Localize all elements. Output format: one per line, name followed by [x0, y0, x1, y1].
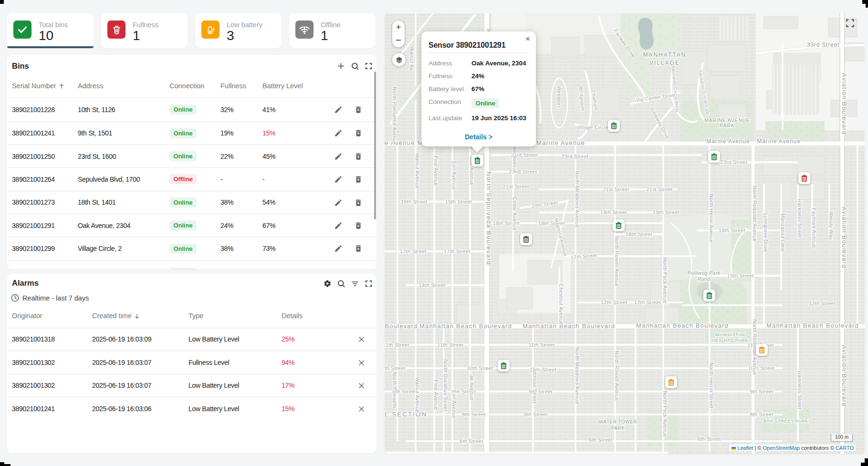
- svg-text:Boulevard: Boulevard: [385, 322, 418, 330]
- svg-text:23rd Street: 23rd Street: [562, 154, 588, 159]
- svg-text:33rd Street: 33rd Street: [807, 41, 839, 48]
- svg-text:HEIGHTS PARK: HEIGHTS PARK: [712, 338, 748, 343]
- svg-text:Marine Avenue: Marine Avenue: [706, 138, 750, 145]
- svg-text:Pine Avenue: Pine Avenue: [433, 380, 439, 410]
- svg-text:14th Street: 14th Street: [419, 282, 446, 288]
- svg-text:17th Street: 17th Street: [400, 249, 427, 254]
- svg-text:North Meadows Avenue: North Meadows Avenue: [575, 347, 580, 404]
- svg-text:Aviation Boulevard: Aviation Boulevard: [841, 207, 848, 269]
- svg-text:0th Street: 0th Street: [385, 365, 406, 371]
- svg-text:Polliwog Park: Polliwog Park: [688, 270, 721, 276]
- svg-text:19th Street: 19th Street: [401, 199, 428, 205]
- svg-text:ne Avenue M: ne Avenue M: [385, 139, 423, 146]
- svg-text:Pond: Pond: [698, 276, 711, 282]
- svg-text:19th Street: 19th Street: [600, 209, 627, 215]
- svg-text:North Peck Avenue: North Peck Avenue: [662, 391, 668, 437]
- svg-text:18th Street: 18th Street: [626, 231, 652, 237]
- svg-text:Manzanita Lane: Manzanita Lane: [780, 214, 786, 252]
- svg-text:Manhattan Beach Boulevard: Manhattan Beach Boulevard: [419, 322, 512, 330]
- svg-text:23rd Street: 23rd Street: [721, 159, 747, 165]
- svg-text:11th Street: 11th Street: [385, 342, 409, 348]
- svg-text:19th Street: 19th Street: [719, 228, 745, 233]
- svg-text:Westport: Westport: [556, 86, 562, 107]
- svg-text:Wendy Way: Wendy Way: [828, 211, 834, 240]
- svg-text:11th Street: 11th Street: [529, 342, 555, 348]
- svg-text:Village Circle: Village Circle: [577, 124, 609, 130]
- svg-text:ak Avenue: ak Avenue: [469, 375, 475, 400]
- svg-text:8th Street: 8th Street: [462, 412, 486, 417]
- svg-text:19th Street: 19th Street: [445, 199, 472, 205]
- svg-text:8th Street: 8th Street: [524, 412, 548, 417]
- svg-text:WATER TOWER: WATER TOWER: [599, 419, 637, 425]
- svg-text:North Rowell Avenue: North Rowell Avenue: [614, 236, 620, 286]
- svg-text:Elm Avenue: Elm Avenue: [451, 390, 457, 419]
- svg-text:Marine Avenue: Marine Avenue: [757, 138, 800, 145]
- svg-text:10th Street: 10th Street: [467, 365, 493, 371]
- svg-text:North Redondo Avenue: North Redondo Avenue: [752, 186, 758, 242]
- svg-text:MANHATTAN: MANHATTAN: [643, 52, 687, 58]
- svg-text:Elm Avenue: Elm Avenue: [451, 161, 457, 190]
- svg-text:6th Street: 6th Street: [460, 438, 483, 444]
- svg-text:Harkness Street: Harkness Street: [797, 199, 803, 238]
- svg-text:Marine Avenue: Marine Avenue: [536, 139, 585, 146]
- svg-text:12th Street: 12th Street: [601, 300, 627, 305]
- svg-text:Pine Avenue: Pine Avenue: [433, 155, 439, 186]
- svg-text:Walnut Av: Walnut Av: [409, 47, 415, 71]
- svg-text:19th Street: 19th Street: [653, 209, 680, 215]
- svg-text:North Rowell Avenue: North Rowell Avenue: [614, 351, 620, 401]
- svg-text:8th Street: 8th Street: [750, 412, 774, 417]
- svg-text:Lynngrove Drive: Lynngrove Drive: [763, 213, 769, 252]
- svg-text:Faymont Avenue: Faymont Avenue: [811, 208, 817, 248]
- svg-text:6th Street: 6th Street: [589, 437, 613, 443]
- svg-text:PARK: PARK: [720, 123, 734, 128]
- svg-text:Walnut Avenue: Walnut Avenue: [415, 377, 420, 413]
- svg-text:North Poinsettia Avenue: North Poinsettia Avenue: [392, 87, 397, 145]
- svg-text:21st Street: 21st Street: [603, 186, 629, 192]
- svg-text:15th Street: 15th Street: [727, 273, 754, 279]
- svg-text:Manhattan Beach Boulevard: Manhattan Beach Boulevard: [766, 322, 859, 329]
- svg-text:Cedar Avenue: Cedar Avenue: [512, 197, 518, 230]
- svg-text:Aviation Boulevard: Aviation Boulevard: [841, 345, 848, 407]
- svg-text:21st Street: 21st Street: [646, 186, 672, 192]
- svg-text:North Herrin Avenue: North Herrin Avenue: [709, 194, 714, 243]
- svg-text:North Herrin Street: North Herrin Street: [709, 362, 714, 408]
- svg-text:Manhattan Beach Boulevard: Manhattan Beach Boulevard: [523, 322, 615, 330]
- svg-text:11th Street: 11th Street: [438, 342, 464, 348]
- svg-text:Manhattan Beach Boulevard: Manhattan Beach Boulevard: [636, 322, 729, 329]
- svg-text:8TH STREET PARK: 8TH STREET PARK: [763, 418, 808, 424]
- svg-text:12th Street: 12th Street: [634, 300, 661, 305]
- svg-text:Aviation Boulevard: Aviation Boulevard: [841, 73, 848, 135]
- svg-text:North Dianthus Street: North Dianthus Street: [443, 359, 449, 411]
- svg-text:Walnut Avenue: Walnut Avenue: [415, 153, 420, 188]
- svg-text:6th Street: 6th Street: [697, 436, 721, 442]
- svg-text:Harkness Street: Harkness Street: [797, 371, 803, 409]
- svg-text:North Poinsetti: North Poinsetti: [392, 373, 397, 408]
- svg-text:MANHATTAN: MANHATTAN: [715, 332, 745, 337]
- svg-text:12th Street: 12th Street: [809, 300, 836, 306]
- svg-text:North Meadows Avenue: North Meadows Avenue: [575, 171, 580, 228]
- svg-text:Johnson Street: Johnson Street: [532, 367, 538, 404]
- svg-text:17th Street: 17th Street: [444, 249, 471, 254]
- svg-text:Chestnut Avenue: Chestnut Avenue: [558, 284, 564, 325]
- svg-text:North Peck Avenue: North Peck Avenue: [662, 258, 668, 304]
- svg-text:North Sepulveda Boulevard: North Sepulveda Boulevard: [485, 172, 492, 266]
- svg-text:PARK: PARK: [611, 425, 625, 431]
- svg-text:9th Street: 9th Street: [750, 389, 774, 394]
- svg-text:21st Street: 21st Street: [502, 184, 529, 189]
